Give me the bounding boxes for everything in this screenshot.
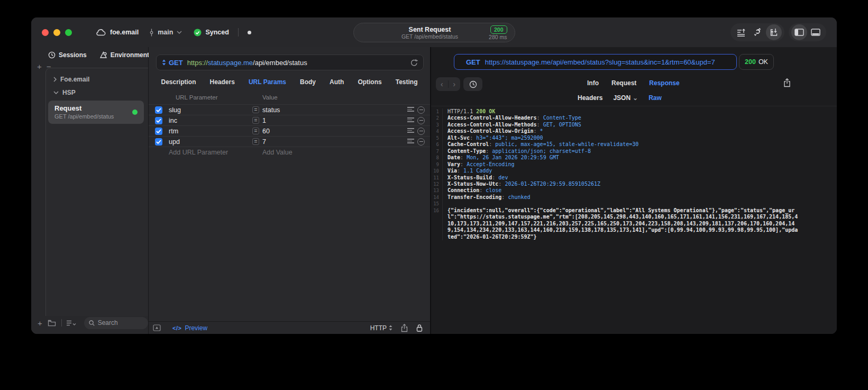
param-value[interactable]: 1: [262, 117, 266, 124]
forward-button[interactable]: ›: [449, 78, 461, 90]
request-queue-icon[interactable]: [733, 24, 749, 40]
request-url-bar[interactable]: GET https://statuspage.me/api/embed/stat…: [156, 55, 424, 70]
lock-icon[interactable]: [416, 324, 423, 332]
tab-headers[interactable]: Headers: [210, 78, 235, 86]
search-input[interactable]: Search: [84, 317, 148, 329]
remove-param-icon[interactable]: [417, 138, 425, 146]
status-line: 1HTTP/1.1 200 OK: [431, 108, 837, 115]
tab-auth[interactable]: Auth: [330, 78, 344, 86]
subtab-json[interactable]: JSON⌄: [613, 94, 638, 102]
sync-branches-icon[interactable]: [750, 24, 765, 40]
param-row[interactable]: inc=1: [149, 115, 430, 125]
tab-description[interactable]: Description: [161, 78, 196, 86]
param-checkbox[interactable]: [155, 106, 162, 114]
remove-param-icon[interactable]: [417, 128, 425, 135]
param-row[interactable]: slug=status: [149, 104, 430, 115]
param-name[interactable]: inc: [169, 117, 177, 124]
sort-options-icon[interactable]: [66, 320, 77, 326]
tab-request[interactable]: Request: [611, 79, 636, 87]
param-row[interactable]: rtm=60: [149, 125, 430, 136]
code-icon: </>: [172, 325, 181, 331]
param-row[interactable]: upd=7: [149, 136, 430, 147]
param-name[interactable]: slug: [169, 106, 181, 114]
desktop: foe.email main Synced Sent: [0, 0, 868, 390]
branch-name[interactable]: main: [158, 29, 173, 36]
sessions-clock-icon: [48, 51, 56, 59]
add-param-row[interactable]: Add URL ParameterAdd Value: [149, 147, 430, 157]
param-checkbox[interactable]: [155, 128, 162, 135]
subtab-headers[interactable]: Headers: [578, 94, 602, 102]
tree-item-hsp[interactable]: HSP: [46, 86, 148, 99]
method-selector-icon[interactable]: [162, 59, 166, 66]
format-options-icon[interactable]: [407, 139, 414, 144]
raw-response-view[interactable]: 1HTTP/1.1 200 OK2Access-Control-Allow-He…: [431, 108, 837, 334]
format-options-icon[interactable]: [407, 128, 414, 134]
response-status-code: 200: [745, 58, 756, 66]
line-number: 9: [431, 161, 443, 168]
param-checkbox[interactable]: [155, 138, 162, 146]
param-name[interactable]: upd: [169, 138, 180, 146]
collapse-panel-icon[interactable]: [153, 324, 161, 331]
cloud-icon: [95, 29, 106, 36]
zoom-window-button[interactable]: [65, 29, 72, 36]
history-button[interactable]: [463, 77, 482, 91]
format-options-icon[interactable]: [407, 117, 414, 123]
equals-icon: =: [252, 106, 259, 113]
tab-testing[interactable]: Testing: [396, 78, 418, 86]
titlebar: foe.email main Synced Sent: [31, 17, 837, 47]
add-session-button[interactable]: +: [37, 62, 42, 71]
request-method[interactable]: GET: [169, 59, 183, 67]
back-button[interactable]: ‹: [436, 78, 448, 90]
remove-param-icon[interactable]: [417, 106, 425, 114]
close-window-button[interactable]: [42, 29, 49, 36]
param-checkbox[interactable]: [155, 117, 162, 124]
tab-options[interactable]: Options: [358, 78, 381, 86]
share-request-icon[interactable]: [401, 324, 408, 332]
param-value[interactable]: 60: [262, 128, 270, 135]
remove-param-icon[interactable]: [417, 117, 425, 124]
line-number: 14: [431, 194, 443, 201]
resend-request-icon[interactable]: [410, 59, 418, 67]
add-request-button[interactable]: +: [38, 319, 42, 328]
tab-url-params[interactable]: URL Params: [249, 78, 286, 86]
request-tabs: DescriptionHeadersURL ParamsBodyAuthOpti…: [149, 76, 430, 88]
response-header-line: 6Cache-Control: public, max-age=15, stal…: [431, 141, 837, 148]
project-name[interactable]: foe.email: [110, 29, 139, 36]
history-nav: ‹ ›: [436, 77, 460, 91]
format-options-icon[interactable]: [407, 107, 414, 113]
import-export-icon[interactable]: [766, 24, 782, 40]
response-panel: GET https://statuspage.me/api/embed/stat…: [431, 47, 837, 334]
preview-button[interactable]: </> Preview: [172, 324, 207, 332]
protocol-selector[interactable]: HTTP: [370, 324, 392, 332]
tree-item-foe-email[interactable]: Foe.email: [46, 72, 148, 86]
sent-request-pill[interactable]: Sent Request GET /api/embed/status 200 2…: [353, 23, 515, 42]
sidebar-request-item[interactable]: Request GET /api/embed/status: [48, 101, 144, 124]
sync-check-icon: [194, 29, 202, 37]
line-number: 2: [431, 115, 443, 121]
toggle-sidebar-icon[interactable]: [791, 24, 807, 40]
subtab-raw[interactable]: Raw: [648, 94, 662, 102]
response-header-line: 4Access-Control-Allow-Origin: *: [431, 128, 837, 134]
chevron-down-icon: [53, 91, 59, 94]
tab-environments[interactable]: Environments: [99, 51, 153, 59]
minimize-window-button[interactable]: [53, 29, 60, 36]
sent-request-url-box[interactable]: GET https://statuspage.me/api/embed/stat…: [454, 54, 737, 70]
export-response-icon[interactable]: [783, 78, 791, 87]
activity-dot: [248, 31, 251, 34]
tab-response[interactable]: Response: [649, 79, 679, 87]
new-group-icon[interactable]: [48, 320, 56, 326]
param-rows: slug=statusinc=1rtm=60upd=7Add URL Param…: [149, 104, 430, 157]
param-name[interactable]: rtm: [169, 128, 178, 135]
chevron-down-icon[interactable]: [177, 31, 182, 34]
sync-status[interactable]: Synced: [205, 29, 229, 36]
add-param-value-placeholder[interactable]: Add Value: [262, 149, 293, 156]
tab-sessions[interactable]: Sessions: [48, 51, 87, 59]
param-value[interactable]: status: [262, 106, 280, 114]
tab-body[interactable]: Body: [300, 78, 316, 86]
tree-item-label: Foe.email: [60, 76, 89, 83]
tab-info[interactable]: Info: [587, 79, 599, 87]
toggle-bottom-panel-icon[interactable]: [808, 24, 824, 40]
add-param-name-placeholder[interactable]: Add URL Parameter: [169, 149, 228, 156]
param-value[interactable]: 7: [262, 138, 266, 146]
url-scheme: https://: [187, 59, 208, 67]
